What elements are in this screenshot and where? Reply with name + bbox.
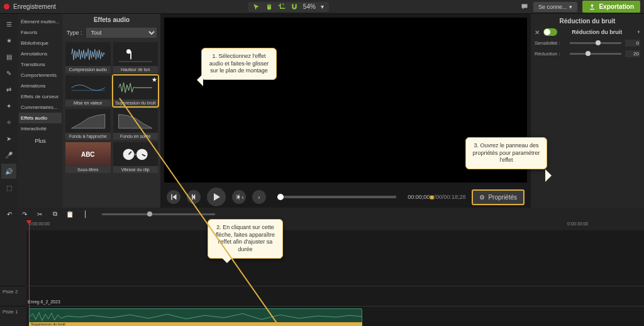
tab-transitions-icon[interactable]: ⇄	[1, 82, 16, 97]
gear-icon: ⚙	[479, 194, 485, 201]
top-bar: Enregistrement 54% ▾ Se conne...▾ Export…	[0, 0, 644, 14]
sidebar-item-interactivity[interactable]: Interactivité	[19, 123, 62, 134]
record-label[interactable]: Enregistrement	[13, 3, 56, 10]
sidebar-item-library[interactable]: Bibliothèque	[19, 38, 62, 48]
callout-3: 3. Ouvrez le panneau des propriétés pour…	[465, 137, 547, 169]
undo-button[interactable]: ↶	[5, 210, 14, 218]
tab-annotations-icon[interactable]: ✎	[1, 65, 16, 81]
connect-button[interactable]: Se conne...▾	[533, 2, 578, 12]
track-1-row[interactable]: Enreg 8_2_2023 Suppression du bruit	[26, 306, 644, 326]
chevron-down-icon[interactable]: ▾	[321, 3, 324, 10]
comments-icon[interactable]	[521, 3, 528, 11]
effect-clip-speed[interactable]: › Vitesse du clip	[113, 142, 158, 173]
tab-favorites-icon[interactable]: ★	[1, 33, 16, 48]
sensitivity-slider[interactable]	[570, 42, 621, 44]
sidebar-item-comments[interactable]: Commentaires...	[19, 102, 62, 113]
clip-name: Enreg 8_2_2023	[28, 300, 60, 304]
timeline-toolbar: ↶ ↷ ✂ ⧉ 📋 ⎮	[0, 208, 644, 220]
prev-clip-button[interactable]	[167, 190, 180, 204]
effect-emphasize[interactable]: Mise en valeur	[65, 76, 111, 106]
effect-captions[interactable]: ABC Sous-titres	[65, 142, 111, 173]
hand-icon[interactable]	[265, 3, 273, 11]
export-button[interactable]: Exportation	[582, 1, 640, 13]
track-label-2[interactable]: Piste 2	[0, 286, 26, 306]
copy-button[interactable]: ⧉	[50, 210, 59, 218]
reduction-value[interactable]: 20	[625, 50, 640, 57]
sidebar-item-cursor-effects[interactable]: Effets de curseur	[19, 91, 62, 102]
sidebar-more[interactable]: Plus	[19, 134, 62, 148]
effect-strip[interactable]: Suppression du bruit	[29, 322, 362, 326]
sidebar: Élément multim... Favoris Bibliothèque A…	[18, 14, 63, 208]
type-select[interactable]: Tout	[86, 28, 157, 38]
svg-text:›: ›	[134, 152, 136, 157]
sidebar-item-transitions[interactable]: Transitions	[19, 59, 62, 70]
paste-button[interactable]: 📋	[65, 210, 74, 218]
canvas-tools: 54% ▾	[248, 2, 329, 12]
left-tab-strip: ☰ ★ ▤ ✎ ⇄ ✦ ✧ ➤ 🎤 🔊 ⬚	[0, 14, 18, 208]
record-dot-icon	[4, 4, 9, 9]
timeline: Piste 2 Piste 1 0:00:00:00 0:00:30:00 En…	[0, 220, 644, 326]
props-section-label: Réduction du bruit	[561, 29, 633, 35]
effect-pitch[interactable]: Hauteur de ton	[113, 42, 158, 73]
play-button[interactable]	[207, 188, 226, 206]
track-2-row[interactable]	[26, 286, 644, 306]
effect-toggle[interactable]	[543, 28, 557, 36]
sidebar-item-media[interactable]: Élément multim...	[19, 16, 62, 27]
magnet-icon[interactable]	[291, 3, 298, 11]
timeline-zoom-slider[interactable]	[102, 213, 215, 215]
timecode: 00:00;00◼/00/00:18;28	[408, 194, 465, 200]
tab-cursor-icon[interactable]: ➤	[1, 131, 16, 146]
upload-icon	[589, 3, 596, 10]
tab-audiofx-icon[interactable]: 🔊	[1, 164, 16, 179]
tab-media-icon[interactable]: ☰	[1, 16, 16, 31]
svg-point-2	[136, 149, 148, 160]
reduction-slider[interactable]	[570, 53, 621, 55]
sidebar-item-favorites[interactable]: Favoris	[19, 27, 62, 38]
time-ruler[interactable]: 0:00:00:00 0:00:30:00	[26, 220, 644, 230]
sidebar-item-animations[interactable]: Animations	[19, 81, 62, 91]
tab-library-icon[interactable]: ▤	[1, 49, 16, 64]
tab-voice-icon[interactable]: 🎤	[1, 147, 16, 162]
crop-icon[interactable]	[278, 3, 286, 11]
cut-button[interactable]: ✂	[35, 210, 44, 218]
effect-fade-in[interactable]: Fondu à l'approche	[65, 109, 111, 140]
reduction-label: Réduction :	[535, 51, 566, 57]
star-icon: ★	[152, 76, 157, 83]
track-label-1[interactable]: Piste 1	[0, 306, 26, 326]
sidebar-item-behaviors[interactable]: Comportements	[19, 70, 62, 81]
next-clip-button[interactable]: ›	[252, 190, 266, 204]
callout-1: 1. Sélectionnez l'effet audio et faites-…	[201, 48, 277, 80]
zoom-percent[interactable]: 54%	[303, 3, 316, 10]
chevron-down-icon: ▾	[569, 4, 572, 10]
props-title: Réduction du bruit	[535, 18, 640, 25]
step-fwd-button[interactable]: ‹	[232, 190, 246, 204]
split-button[interactable]: ⎮	[80, 210, 89, 218]
effects-title: Effets audio	[63, 14, 160, 26]
sensitivity-value[interactable]: 0	[625, 40, 640, 47]
effects-panel: Effets audio Type : Tout Compression aud…	[63, 14, 160, 208]
effect-compression[interactable]: Compression audio	[65, 42, 111, 73]
cursor-icon[interactable]	[253, 3, 260, 11]
tab-behaviors-icon[interactable]: ✦	[1, 98, 16, 113]
tracks-area[interactable]: 0:00:00:00 0:00:30:00 Enreg 8_2_2023 Sup…	[26, 220, 644, 326]
seek-bar[interactable]	[277, 196, 396, 198]
properties-button[interactable]: ⚙ Propriétés	[472, 189, 525, 205]
effect-noise-removal[interactable]: ★ Suppression du bruit	[113, 76, 158, 106]
tab-interactivity-icon[interactable]: ⬚	[1, 180, 16, 195]
close-icon[interactable]: ✕	[535, 29, 540, 36]
tab-animations-icon[interactable]: ✧	[1, 115, 16, 130]
sidebar-item-annotations[interactable]: Annotations	[19, 48, 62, 59]
effect-fade-out[interactable]: Fondu en sortie	[113, 109, 158, 140]
sidebar-item-audio-effects[interactable]: Effets audio	[19, 113, 62, 123]
add-icon[interactable]: +	[637, 29, 640, 35]
playback-controls: ‹ › 00:00;00◼/00/00:18;28 ⚙ Propriétés	[160, 186, 531, 208]
svg-point-0	[126, 49, 131, 53]
sensitivity-label: Sensibilité :	[535, 40, 566, 46]
redo-button[interactable]: ↷	[20, 210, 29, 218]
type-label: Type :	[67, 30, 82, 36]
preview-area: ‹ › 00:00;00◼/00/00:18;28 ⚙ Propriétés	[160, 14, 531, 208]
svg-point-1	[123, 149, 135, 160]
